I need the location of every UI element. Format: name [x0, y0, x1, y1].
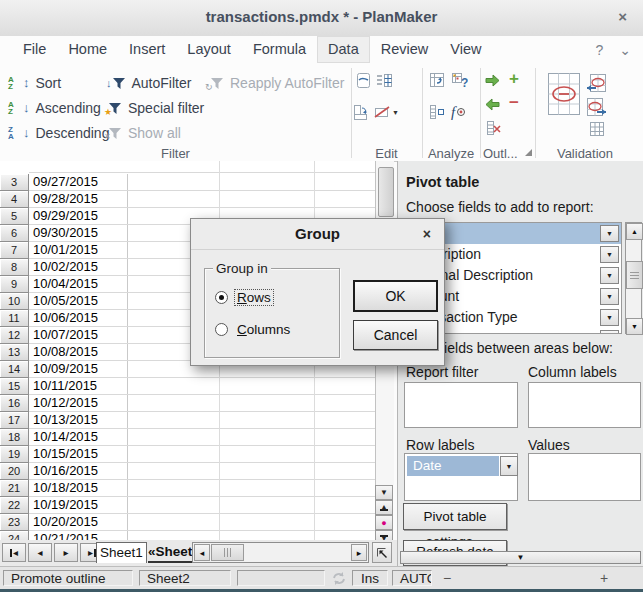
marker-button[interactable]: ●	[375, 515, 393, 530]
reapply-autofilter-button[interactable]: ↻ Reapply AutoFilter	[208, 72, 344, 94]
field-dropdown-icon[interactable]: ▼	[600, 225, 619, 242]
close-icon[interactable]: ×	[618, 8, 627, 25]
menu-data[interactable]: Data	[317, 36, 370, 63]
row-header-9[interactable]: 9	[0, 276, 29, 293]
grid-row[interactable]: 10/14/2015	[29, 429, 375, 446]
grid-row[interactable]: 10/21/2015	[29, 531, 375, 540]
next-sheet-button[interactable]: ▸	[54, 543, 78, 562]
zoom-in-button[interactable]: +	[600, 570, 608, 586]
edit-cells-icon[interactable]	[356, 72, 373, 93]
row-header-16[interactable]: 16	[0, 395, 29, 412]
cell-date[interactable]: 10/02/2015	[29, 259, 128, 275]
row-header-23[interactable]: 23	[0, 514, 29, 531]
ungroup-minus-icon[interactable]: −	[509, 95, 519, 111]
row-header-13[interactable]: 13	[0, 344, 29, 361]
formula-fx-icon[interactable]: f	[451, 103, 466, 121]
outline-dialog-launcher-icon[interactable]	[525, 149, 532, 156]
row-header-11[interactable]: 11	[0, 310, 29, 327]
hscroll-left-button[interactable]: ◂	[194, 544, 210, 561]
menu-layout[interactable]: Layout	[176, 36, 242, 63]
pivot-table-icon[interactable]	[429, 72, 446, 93]
descending-button[interactable]: ZA ↓ Descending	[8, 122, 109, 144]
cell-date[interactable]: 10/07/2015	[29, 327, 128, 343]
row-label-chip-date[interactable]: Date	[407, 456, 499, 476]
columns-layout-icon[interactable]	[429, 104, 446, 125]
row-header-21[interactable]: 21	[0, 480, 29, 497]
menu-review[interactable]: Review	[370, 36, 440, 63]
menu-file[interactable]: File	[12, 36, 57, 63]
status-sheet-name[interactable]: Sheet2	[139, 570, 231, 586]
row-header-6[interactable]: 6	[0, 225, 29, 242]
row-label-chip-dropdown[interactable]: ▼	[500, 456, 518, 476]
vertical-scrollbar-thumb[interactable]	[378, 167, 394, 217]
chevron-down-icon[interactable]: ⌄	[619, 42, 631, 58]
cell-date[interactable]: 10/11/2015	[29, 378, 128, 394]
menu-formula[interactable]: Formula	[242, 36, 317, 63]
row-header-12[interactable]: 12	[0, 327, 29, 344]
grid-row[interactable]: 10/11/2015	[29, 378, 375, 395]
delete-cells-icon[interactable]	[374, 105, 390, 123]
field-list-scrollbar[interactable]: ▲ ▼	[625, 222, 642, 334]
grid-row[interactable]	[29, 161, 375, 173]
autofilter-button[interactable]: ↓ AutoFilter	[106, 72, 191, 94]
cell-date[interactable]: 10/09/2015	[29, 361, 128, 377]
cell-date[interactable]: 09/30/2015	[29, 225, 128, 241]
grid-row[interactable]: 10/13/2015	[29, 412, 375, 429]
goal-seek-icon[interactable]: ?	[451, 72, 468, 93]
remove-outline-icon[interactable]	[486, 120, 502, 140]
row-header-7[interactable]: 7	[0, 242, 29, 259]
row-labels-area[interactable]: Date ▼	[404, 453, 518, 501]
field-dropdown-icon[interactable]: ▼	[600, 267, 619, 284]
cell-date[interactable]: 10/13/2015	[29, 412, 128, 428]
panel-collapse-bar[interactable]: ▼	[400, 551, 641, 564]
rows-radio-label[interactable]: Rows	[235, 290, 273, 305]
demote-arrow-right-icon[interactable]	[485, 73, 500, 91]
cancel-button[interactable]: Cancel	[353, 320, 438, 350]
help-icon[interactable]: ?	[595, 42, 603, 58]
field-dropdown-icon[interactable]: ▼	[600, 309, 619, 326]
cell-date[interactable]: 10/19/2015	[29, 497, 128, 513]
cell-date[interactable]: 09/28/2015	[29, 191, 128, 207]
delete-cells-dropdown-icon[interactable]: ▼	[392, 109, 399, 116]
validation-grid-icon[interactable]	[589, 121, 605, 141]
dialog-close-icon[interactable]: ×	[423, 226, 431, 242]
cell-date[interactable]: 10/08/2015	[29, 344, 128, 360]
row-header-4[interactable]: 4	[0, 191, 29, 208]
split-top-button[interactable]: ▲	[375, 500, 393, 515]
list-scroll-down-button[interactable]: ▼	[626, 318, 643, 335]
show-all-button[interactable]: ✕ Show all	[106, 122, 181, 144]
selection-mode-button[interactable]	[372, 542, 392, 563]
cell-date[interactable]: 10/01/2015	[29, 242, 128, 258]
ok-button[interactable]: OK	[353, 280, 438, 312]
grid-row[interactable]: 10/16/2015	[29, 463, 375, 480]
row-header-18[interactable]: 18	[0, 429, 29, 446]
row-header-15[interactable]: 15	[0, 378, 29, 395]
cell-date[interactable]: 09/27/2015	[29, 174, 128, 190]
columns-radio-row[interactable]: Columns	[215, 322, 292, 337]
menu-view[interactable]: View	[439, 36, 492, 63]
row-header-10[interactable]: 10	[0, 293, 29, 310]
grid-row[interactable]: 10/20/2015	[29, 514, 375, 531]
row-header-5[interactable]: 5	[0, 208, 29, 225]
row-header-20[interactable]: 20	[0, 463, 29, 480]
rows-radio-row[interactable]: Rows	[215, 290, 273, 305]
circle-invalid-data-icon[interactable]	[547, 72, 581, 120]
row-header-14[interactable]: 14	[0, 361, 29, 378]
pivot-table-settings-button[interactable]: Pivot table settings...	[403, 503, 507, 530]
row-header-22[interactable]: 22	[0, 497, 29, 514]
cell-date[interactable]: 10/12/2015	[29, 395, 128, 411]
field-dropdown-icon[interactable]: ▼	[600, 330, 619, 334]
sort-button[interactable]: AZ ↕ Sort	[8, 72, 61, 94]
columns-radio[interactable]	[215, 323, 228, 336]
text-to-columns-icon[interactable]	[376, 72, 393, 93]
tab-sheet1[interactable]: Sheet1	[96, 542, 147, 563]
column-labels-area[interactable]	[528, 382, 641, 428]
cell-date[interactable]: 10/18/2015	[29, 480, 128, 496]
cell-date[interactable]: 10/15/2015	[29, 446, 128, 462]
columns-radio-label[interactable]: Columns	[235, 322, 292, 337]
status-insert-mode[interactable]: Ins	[352, 570, 388, 586]
scroll-down-button[interactable]: ▼	[375, 485, 393, 500]
grid-row[interactable]: 10/19/2015	[29, 497, 375, 514]
first-sheet-button[interactable]: ◂	[2, 543, 26, 562]
cell-date[interactable]: 10/21/2015	[29, 531, 128, 540]
